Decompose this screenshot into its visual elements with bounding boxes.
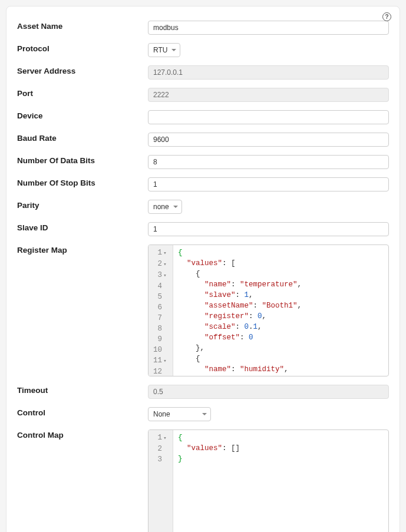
label-stop-bits: Number Of Stop Bits	[17, 177, 148, 187]
control-value: None	[153, 410, 170, 418]
label-slave-id: Slave ID	[17, 222, 148, 232]
chevron-down-icon	[171, 49, 176, 51]
register-gutter: 1▾ 2▾ 3▾ 4 5 6 7 8 9 10 11▾ 12	[148, 245, 173, 376]
device-input[interactable]	[148, 110, 389, 124]
timeout-input	[148, 385, 389, 399]
asset-name-input[interactable]	[148, 21, 389, 35]
parity-select[interactable]: none	[148, 200, 182, 214]
control-gutter: 1▾ 2 3	[148, 430, 173, 532]
control-map-editor[interactable]: 1▾ 2 3 { "values": [] }	[148, 429, 389, 532]
label-protocol: Protocol	[17, 43, 148, 53]
data-bits-input[interactable]	[148, 155, 389, 169]
label-server-address: Server Address	[17, 65, 148, 75]
protocol-value: RTU	[153, 46, 167, 54]
chevron-down-icon	[202, 413, 207, 415]
stop-bits-input[interactable]	[148, 177, 389, 191]
label-control: Control	[17, 407, 148, 417]
slave-id-input[interactable]	[148, 222, 389, 236]
protocol-select[interactable]: RTU	[148, 43, 180, 57]
control-code[interactable]: { "values": [] }	[173, 430, 388, 532]
label-parity: Parity	[17, 200, 148, 210]
help-icon[interactable]: ?	[382, 12, 391, 21]
label-asset-name: Asset Name	[17, 21, 148, 31]
chevron-down-icon	[173, 206, 178, 208]
control-select[interactable]: None	[148, 407, 211, 421]
config-panel: ? Asset Name Protocol RTU Server Address…	[6, 6, 400, 532]
label-device: Device	[17, 110, 148, 120]
port-input	[148, 88, 389, 102]
server-address-input	[148, 65, 389, 80]
baud-rate-input[interactable]	[148, 133, 389, 147]
register-map-editor[interactable]: 1▾ 2▾ 3▾ 4 5 6 7 8 9 10 11▾ 12 { "values…	[148, 244, 389, 376]
label-baud-rate: Baud Rate	[17, 133, 148, 143]
label-register-map: Register Map	[17, 244, 148, 255]
label-data-bits: Number Of Data Bits	[17, 155, 148, 165]
label-port: Port	[17, 88, 148, 98]
parity-value: none	[153, 203, 169, 211]
label-timeout: Timeout	[17, 385, 148, 395]
register-code[interactable]: { "values": [ { "name": "temperature", "…	[173, 245, 388, 376]
label-control-map: Control Map	[17, 429, 148, 440]
